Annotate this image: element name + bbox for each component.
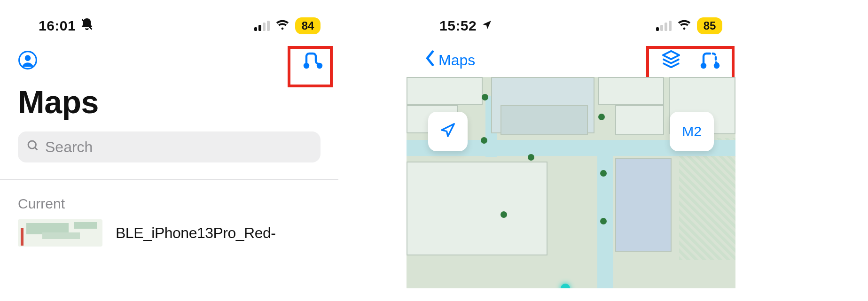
svg-marker-7 [663,51,680,59]
silent-bell-icon [80,18,94,34]
search-icon [26,139,39,156]
map-canvas[interactable]: M2 [407,77,735,288]
location-services-icon [481,18,493,34]
back-label: Maps [438,52,475,69]
svg-point-5 [28,141,36,148]
status-bar: 16:01 84 [0,0,338,39]
cellular-signal-icon [656,21,672,31]
list-item-title: BLE_iPhone13Pro_Red- [116,224,275,242]
wifi-icon [275,18,289,34]
location-arrow-icon [438,121,457,143]
status-bar: 15:52 85 [407,0,735,39]
route-icon[interactable] [302,48,324,72]
nav-bar: Maps [407,39,735,76]
floor-selector-button[interactable]: M2 [670,112,714,151]
cellular-signal-icon [254,21,270,31]
wifi-icon [677,18,691,34]
svg-line-6 [35,147,37,150]
nav-bar [0,39,338,76]
map-thumbnail [18,219,102,247]
status-right-group: 84 [254,17,321,34]
status-right-group: 85 [656,17,722,34]
status-time: 16:01 [39,18,76,34]
list-item[interactable]: BLE_iPhone13Pro_Red- [0,216,338,250]
layers-icon[interactable] [660,48,682,72]
floor-label: M2 [682,123,702,139]
profile-button[interactable] [18,50,38,70]
status-left-group: 15:52 [439,18,493,34]
page-title: Maps [0,76,338,131]
status-left-group: 16:01 [39,18,94,34]
route-dashed-icon[interactable] [699,48,721,72]
battery-pill: 85 [697,17,722,34]
screenshot-right: 15:52 85 [407,0,735,291]
search-field[interactable] [18,131,321,162]
status-time: 15:52 [439,18,477,34]
back-button[interactable]: Maps [424,50,475,70]
section-label-current: Current [0,180,338,216]
search-input[interactable] [45,139,312,156]
battery-pill: 84 [295,17,321,34]
svg-point-2 [25,55,31,61]
locate-me-button[interactable] [428,112,468,151]
screenshot-left: 16:01 84 [0,0,338,291]
chevron-left-icon [424,50,436,70]
